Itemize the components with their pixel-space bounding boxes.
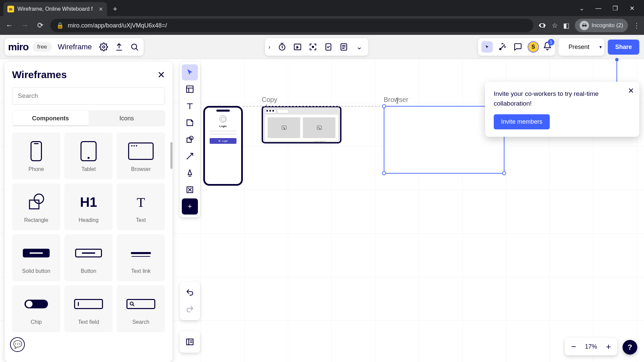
invite-members-button[interactable]: Invite members	[494, 114, 550, 129]
more-apps-icon[interactable]: ⌄	[354, 41, 365, 53]
free-plan-badge[interactable]: free	[33, 42, 52, 52]
help-button[interactable]: ?	[623, 340, 637, 355]
toolbar: +	[180, 62, 200, 217]
component-text-link[interactable]: Text link	[117, 234, 165, 281]
side-panel-icon[interactable]: ◧	[563, 21, 570, 29]
new-tab-button[interactable]: +	[109, 3, 121, 15]
panel-scrollbar[interactable]	[170, 142, 172, 169]
resize-handle-bl[interactable]	[382, 171, 386, 175]
reload-icon[interactable]: ⟳	[35, 20, 46, 31]
incognito-label: Incognito (2)	[592, 22, 624, 29]
undo-redo-bar	[180, 282, 200, 320]
copy-card-2	[303, 117, 335, 138]
svg-rect-11	[186, 86, 193, 93]
canvas-area[interactable]: Wireframes ✕ Components Icons Phone Tabl…	[0, 59, 644, 362]
embed-icon[interactable]	[292, 41, 303, 53]
present-dropdown-icon[interactable]: ▾	[598, 44, 603, 50]
forward-icon[interactable]: →	[19, 20, 30, 31]
incognito-badge[interactable]: 🕶 Incognito (2)	[575, 19, 628, 32]
url-text: miro.com/app/board/uXjVMqU6x48=/	[68, 22, 167, 29]
frame-tool-icon[interactable]	[182, 182, 198, 198]
text-edit-cursor	[397, 98, 397, 103]
svg-rect-12	[187, 138, 191, 142]
undo-icon[interactable]	[182, 285, 198, 301]
present-button[interactable]: Present	[564, 44, 594, 51]
notifications-icon[interactable]: 1	[543, 42, 552, 52]
browser-menu-icon[interactable]: ⋮	[633, 21, 640, 29]
lock-icon: 🔒	[56, 22, 64, 29]
user-avatar[interactable]: S	[528, 41, 539, 53]
svg-point-10	[130, 302, 133, 305]
export-icon[interactable]	[113, 41, 125, 53]
frame-label-browser[interactable]: Browser	[384, 96, 408, 104]
component-text[interactable]: T Text	[117, 183, 165, 230]
tab-icons[interactable]: Icons	[89, 111, 165, 126]
close-popover-icon[interactable]: ✕	[628, 86, 634, 95]
maximize-icon[interactable]: ❐	[611, 5, 619, 12]
component-text-field[interactable]: Text field	[64, 285, 113, 332]
connector-line	[616, 59, 617, 82]
topbar-center-group: › ⌄	[265, 38, 368, 56]
note-list-icon[interactable]	[338, 41, 350, 53]
vote-icon[interactable]	[323, 41, 334, 53]
minimize-icon[interactable]: —	[594, 5, 602, 12]
resize-handle-br[interactable]	[502, 171, 506, 175]
component-rectangle[interactable]: Rectangle	[12, 183, 60, 230]
notification-badge: 1	[548, 39, 554, 46]
pen-tool-icon[interactable]	[182, 165, 198, 181]
wireframes-panel: Wireframes ✕ Components Icons Phone Tabl…	[5, 62, 172, 362]
tab-components[interactable]: Components	[12, 111, 89, 126]
feedback-icon[interactable]: 💬	[10, 337, 25, 352]
reactions-icon[interactable]	[497, 41, 508, 53]
board-name[interactable]: Wireframe	[56, 43, 94, 51]
text-tool-icon[interactable]	[182, 98, 198, 114]
search-input[interactable]	[12, 87, 165, 105]
component-heading[interactable]: H1 Heading	[64, 183, 113, 230]
phone-avatar-placeholder	[219, 115, 227, 123]
component-browser[interactable]: Browser	[117, 132, 165, 179]
svg-point-0	[103, 46, 105, 48]
zoom-out-icon[interactable]: −	[567, 340, 580, 353]
cursor-mode-icon[interactable]	[481, 41, 493, 53]
more-tools-icon[interactable]: +	[182, 198, 198, 215]
zoom-level[interactable]: 17%	[582, 343, 600, 350]
component-chip[interactable]: Chip	[12, 285, 60, 332]
resize-handle-tl[interactable]	[382, 104, 386, 108]
topbar-right-group: S 1 Present ▾ Share	[478, 38, 639, 56]
component-button[interactable]: Button	[64, 234, 113, 281]
url-input[interactable]: 🔒 miro.com/app/board/uXjVMqU6x48=/	[50, 19, 533, 32]
frame-focus-icon[interactable]	[307, 41, 319, 53]
select-tool-icon[interactable]	[182, 64, 198, 80]
back-icon[interactable]: ←	[4, 20, 15, 31]
miro-logo[interactable]: miro	[8, 41, 29, 53]
eye-disabled-icon[interactable]: 👁‍🗨	[538, 21, 546, 29]
template-tool-icon[interactable]	[182, 81, 198, 97]
browser-tab[interactable]: m Wireframe, Online Whiteboard f ✕	[3, 2, 107, 16]
component-search[interactable]: Search	[117, 285, 165, 332]
sticky-note-tool-icon[interactable]	[182, 115, 198, 131]
component-tablet[interactable]: Tablet	[64, 132, 113, 179]
close-tab-icon[interactable]: ✕	[99, 6, 103, 12]
bookmark-star-icon[interactable]: ☆	[552, 21, 558, 29]
component-solid-button[interactable]: Solid button	[12, 234, 60, 281]
side-panel-toggle-icon[interactable]	[182, 334, 198, 350]
canvas-phone-frame[interactable]: Login Login	[203, 106, 243, 186]
timer-icon[interactable]	[276, 41, 288, 53]
close-window-icon[interactable]: ✕	[628, 5, 636, 12]
redo-icon[interactable]	[182, 301, 198, 317]
zoom-in-icon[interactable]: +	[602, 340, 615, 353]
arrow-tool-icon[interactable]	[182, 148, 198, 164]
share-button[interactable]: Share	[608, 40, 639, 55]
close-panel-icon[interactable]: ✕	[157, 69, 165, 80]
panel-title: Wireframes	[12, 69, 67, 80]
search-icon[interactable]	[129, 41, 140, 53]
comments-icon[interactable]	[512, 41, 524, 53]
collapse-arrow-icon[interactable]: ›	[268, 44, 272, 51]
window-controls: ⌄ — ❐ ✕	[578, 5, 644, 16]
canvas-copy-browser-frame[interactable]	[262, 106, 341, 143]
settings-icon[interactable]	[98, 41, 109, 53]
component-phone[interactable]: Phone	[12, 132, 60, 179]
shape-tool-icon[interactable]	[182, 131, 198, 147]
tabs-dropdown-icon[interactable]: ⌄	[578, 5, 586, 12]
phone-input-line	[210, 130, 236, 132]
